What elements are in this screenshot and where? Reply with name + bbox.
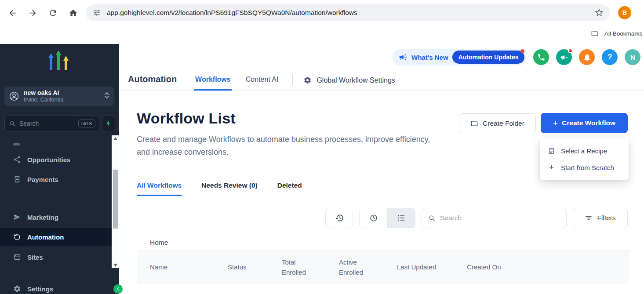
history-icon bbox=[335, 214, 344, 222]
list-view-button[interactable] bbox=[387, 208, 415, 228]
page-description: Create and manage Workflows to automate … bbox=[137, 133, 444, 159]
column-header-status: Status bbox=[228, 263, 282, 271]
filter-icon bbox=[585, 214, 593, 222]
account-name: new oaks AI bbox=[24, 89, 63, 97]
home-icon[interactable] bbox=[68, 7, 78, 18]
sidebar-collapse-button[interactable] bbox=[113, 284, 123, 294]
whats-new-label[interactable]: What's New bbox=[411, 54, 448, 61]
sidebar-item-opportunities[interactable]: Opportunities bbox=[0, 151, 119, 168]
bookmarks-folder-icon[interactable] bbox=[591, 29, 599, 37]
phone-button[interactable] bbox=[533, 49, 549, 65]
back-icon[interactable] bbox=[7, 7, 18, 18]
account-switcher[interactable]: new oaks AI Irvine, California bbox=[4, 87, 114, 106]
create-workflow-menu: Select a Recipe + Start from Scratch bbox=[540, 138, 629, 180]
column-header-last-updated: Last Updated bbox=[397, 263, 467, 271]
notification-dot bbox=[520, 49, 524, 53]
forward-icon[interactable] bbox=[27, 7, 38, 18]
announcements-button[interactable] bbox=[556, 49, 572, 65]
gear-icon bbox=[303, 76, 312, 84]
plus-icon: + bbox=[553, 119, 558, 127]
notifications-button[interactable] bbox=[579, 49, 595, 65]
account-location: Irvine, California bbox=[24, 97, 63, 103]
bookmarks-divider bbox=[585, 29, 585, 38]
view-toggle-group bbox=[359, 208, 415, 228]
page-title: Workflow List bbox=[137, 110, 236, 127]
create-workflow-button[interactable]: + Create Workflow bbox=[541, 113, 628, 133]
history-button[interactable] bbox=[325, 208, 353, 228]
sidebar-item-label: Opportunities bbox=[27, 156, 70, 163]
payments-icon bbox=[13, 175, 21, 183]
section-title: Automation bbox=[128, 74, 177, 91]
quick-actions-button[interactable] bbox=[102, 116, 115, 131]
column-header-active-enrolled: Active Enrolled bbox=[339, 257, 371, 277]
sidebar-item-settings[interactable]: Settings bbox=[0, 280, 119, 294]
megaphone-icon bbox=[560, 53, 568, 62]
scroll-up-icon[interactable] bbox=[112, 135, 119, 142]
app-topbar: What's New Automation Updates ? N bbox=[393, 49, 640, 65]
tab-deleted[interactable]: Deleted bbox=[277, 181, 302, 196]
column-header-total-enrolled: Total Enrolled bbox=[282, 257, 313, 277]
plus-icon: + bbox=[548, 163, 555, 172]
screen: app.gohighlevel.com/v2/location/lnPS691g… bbox=[0, 0, 644, 294]
search-icon bbox=[428, 214, 436, 222]
sidebar-item-label: Settings bbox=[27, 285, 53, 293]
address-bar[interactable]: app.gohighlevel.com/v2/location/lnPS691g… bbox=[86, 4, 610, 21]
browser-profile-avatar[interactable]: B bbox=[618, 6, 631, 19]
tab-all-workflows[interactable]: All Workflows bbox=[137, 181, 182, 196]
create-folder-button[interactable]: Create Folder bbox=[459, 113, 536, 133]
search-shortcut-badge: ctrl K bbox=[78, 120, 95, 127]
sidebar-search[interactable]: ctrl K bbox=[4, 116, 99, 131]
refresh-icon[interactable] bbox=[47, 7, 58, 18]
all-bookmarks-label[interactable]: All Bookmarks bbox=[604, 30, 642, 37]
menu-item-select-recipe[interactable]: Select a Recipe bbox=[540, 142, 629, 159]
sidebar-item-sites[interactable]: Sites bbox=[0, 248, 119, 266]
tab-needs-review[interactable]: Needs Review (0) bbox=[201, 181, 258, 196]
list-toolbar: Filters bbox=[325, 208, 628, 228]
scroll-down-icon[interactable] bbox=[112, 262, 119, 268]
table-header-row: Name Status Total Enrolled Active Enroll… bbox=[137, 250, 629, 283]
sidebar-search-row: ctrl K bbox=[4, 116, 115, 131]
bookmarks-right: All Bookmarks bbox=[585, 25, 642, 41]
settings-gear-icon bbox=[13, 285, 21, 293]
marketing-icon bbox=[13, 213, 21, 221]
whats-new-pill[interactable]: What's New Automation Updates bbox=[393, 49, 526, 65]
tab-content-ai[interactable]: Content AI bbox=[245, 76, 280, 91]
tab-workflows[interactable]: Workflows bbox=[194, 76, 232, 91]
sidebar-item-payments[interactable]: Payments bbox=[0, 171, 119, 188]
workflow-search-input[interactable] bbox=[440, 214, 560, 222]
sidebar-search-input[interactable] bbox=[19, 120, 75, 127]
folder-icon bbox=[470, 120, 478, 127]
account-text: new oaks AI Irvine, California bbox=[24, 89, 63, 103]
bookmarks-bar bbox=[0, 25, 644, 44]
chevron-left-icon bbox=[116, 287, 120, 291]
menu-item-start-from-scratch[interactable]: + Start from Scratch bbox=[540, 159, 629, 176]
workflow-tabs: All Workflows Needs Review (0) Deleted bbox=[137, 181, 302, 196]
sidebar-scrollbar[interactable] bbox=[112, 135, 119, 268]
scrollbar-thumb[interactable] bbox=[113, 170, 118, 229]
sidebar-item-marketing[interactable]: Marketing bbox=[0, 208, 119, 226]
filters-button[interactable]: Filters bbox=[573, 208, 628, 228]
automation-updates-badge[interactable]: Automation Updates bbox=[452, 51, 525, 64]
global-workflow-settings-link[interactable]: Global Workflow Settings bbox=[303, 76, 395, 91]
clock-view-button[interactable] bbox=[360, 208, 387, 228]
opportunities-icon bbox=[13, 156, 21, 163]
help-button[interactable]: ? bbox=[602, 49, 618, 65]
sidebar-item-label: Payments bbox=[27, 176, 58, 183]
lightning-icon bbox=[105, 120, 112, 127]
sidebar-item-label: Sites bbox=[27, 254, 43, 261]
site-settings-icon[interactable] bbox=[93, 9, 101, 17]
workflow-search[interactable] bbox=[422, 208, 567, 228]
breadcrumb[interactable]: Home bbox=[150, 239, 168, 247]
phone-icon bbox=[537, 53, 546, 62]
clipped-nav-item bbox=[13, 143, 20, 145]
account-avatar-icon bbox=[9, 91, 19, 102]
bell-icon bbox=[583, 53, 591, 62]
gohighlevel-logo bbox=[0, 49, 119, 74]
list-icon bbox=[397, 214, 406, 222]
sidebar-item-automation[interactable]: Automation bbox=[0, 228, 119, 246]
bookmark-star-icon[interactable] bbox=[594, 8, 604, 18]
announcement-icon bbox=[399, 53, 408, 62]
user-avatar[interactable]: N bbox=[625, 49, 640, 65]
url-text[interactable]: app.gohighlevel.com/v2/location/lnPS691g… bbox=[107, 9, 357, 17]
header-divider bbox=[292, 74, 293, 85]
